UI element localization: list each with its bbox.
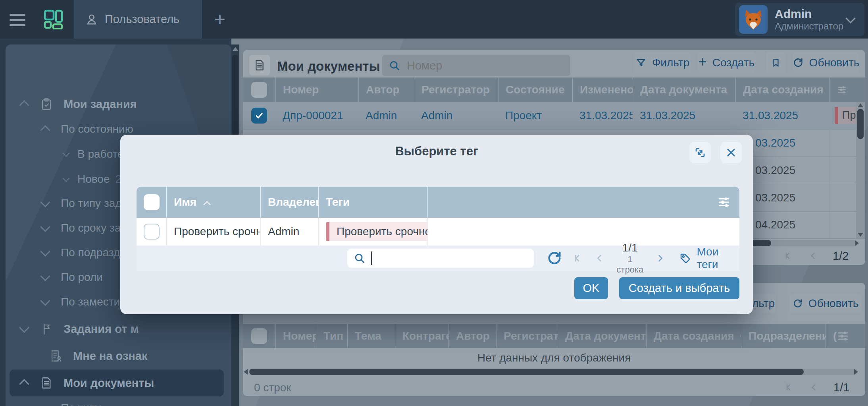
panel-document-icon xyxy=(249,55,270,75)
page-indicator: 1/2 xyxy=(833,249,849,263)
column-header[interactable]: Автор xyxy=(358,77,414,102)
scroll-up-icon[interactable] xyxy=(858,103,863,107)
column-settings-icon[interactable] xyxy=(830,77,865,102)
user-menu[interactable]: Admin Администратор xyxy=(735,3,864,36)
column-header[interactable]: Владелец xyxy=(260,187,318,218)
column-header[interactable]: Подразделение xyxy=(741,324,826,348)
next-page-icon[interactable] xyxy=(863,251,865,261)
table-row[interactable]: Дпр-000021 Admin Admin Проект 31.03.2025… xyxy=(243,102,865,130)
table-pagination: 1/1 xyxy=(784,378,865,396)
document-person-icon xyxy=(49,349,63,363)
expand-icon xyxy=(694,147,706,159)
column-header[interactable]: Номер xyxy=(275,77,358,102)
scroll-left-icon[interactable] xyxy=(244,369,248,375)
sidebar-item-tasks-from-me[interactable]: Задания от м xyxy=(21,317,139,341)
create-button[interactable]: + Создать xyxy=(698,52,755,73)
search-input[interactable] xyxy=(406,59,570,73)
doc-registrar: Admin xyxy=(414,109,498,122)
column-header[interactable]: Номер xyxy=(275,324,316,348)
first-page-icon[interactable] xyxy=(573,253,584,264)
sidebar-item-my-documents[interactable]: Мои документы xyxy=(21,371,154,395)
sidebar-item-new[interactable]: Новое 23 xyxy=(64,167,128,191)
select-all-checkbox[interactable] xyxy=(251,328,267,344)
close-dialog-button[interactable] xyxy=(720,142,742,163)
column-header[interactable]: Автор xyxy=(448,324,496,348)
chevron-down-icon xyxy=(40,197,50,207)
table-pagination: 1/2 xyxy=(783,247,865,265)
apps-grid-icon[interactable] xyxy=(44,10,64,29)
select-tag-dialog: Выберите тег Имя Владелец Теги xyxy=(120,135,753,314)
bookmark-button[interactable] xyxy=(766,52,785,73)
sidebar-item-by-state[interactable]: По состоянию xyxy=(42,117,133,141)
column-header-clipped[interactable]: ( xyxy=(826,324,865,348)
text-cursor xyxy=(371,251,372,265)
tab-user[interactable]: Пользователь xyxy=(74,0,202,39)
new-tab-button[interactable]: + xyxy=(208,0,232,39)
chevron-down-icon xyxy=(40,296,50,305)
refresh-button[interactable]: Обновить xyxy=(790,294,861,313)
scrollbar-thumb[interactable] xyxy=(249,369,804,375)
doc-modified: 31.03.2025 xyxy=(572,109,633,122)
prev-page-icon[interactable] xyxy=(808,251,818,261)
column-settings-icon[interactable] xyxy=(427,187,739,218)
column-header[interactable]: Изменено xyxy=(572,77,633,102)
avatar xyxy=(739,5,768,34)
chevron-up-icon xyxy=(19,100,29,110)
column-header[interactable]: Контрагент xyxy=(395,324,448,348)
page-indicator: 1/1 xyxy=(833,381,849,394)
scroll-up-icon[interactable] xyxy=(233,47,238,51)
ok-button[interactable]: OK xyxy=(574,277,608,299)
column-header-sorted[interactable]: Имя xyxy=(166,187,260,218)
row-checkbox-checked[interactable] xyxy=(251,108,267,124)
my-tags-link[interactable]: Мои теги xyxy=(679,246,739,271)
expand-dialog-button[interactable] xyxy=(689,142,711,163)
column-header[interactable]: Дата документа xyxy=(558,324,646,348)
scroll-right-icon[interactable] xyxy=(854,369,858,375)
menu-icon[interactable] xyxy=(10,11,25,29)
sort-asc-icon xyxy=(203,201,210,208)
column-header[interactable]: Регистратор xyxy=(496,324,558,348)
sidebar-item-docs-by-type[interactable]: По типу xyxy=(42,396,101,406)
column-header[interactable]: Тип xyxy=(316,324,347,348)
related-table-header: Номер Тип Тема Контрагент Автор Регистра… xyxy=(243,324,865,348)
scrollbar-thumb[interactable] xyxy=(857,109,864,139)
chevron-down-icon xyxy=(62,174,69,182)
chevron-down-icon xyxy=(19,323,29,333)
chevron-down-icon xyxy=(62,149,69,157)
row-checkbox[interactable] xyxy=(144,224,160,240)
rows-count: 1 строка xyxy=(616,254,644,275)
column-settings-icon[interactable] xyxy=(837,330,865,342)
table-vertical-scrollbar[interactable] xyxy=(856,102,865,238)
create-and-select-button[interactable]: Создать и выбрать xyxy=(619,277,739,299)
column-header[interactable]: Тема xyxy=(347,324,395,348)
column-header[interactable]: Состояние xyxy=(498,77,572,102)
next-page-icon[interactable] xyxy=(654,253,666,264)
column-header[interactable]: Дата документа xyxy=(633,77,735,102)
tag-search-box[interactable] xyxy=(347,249,534,268)
column-header[interactable]: Регистратор xyxy=(414,77,498,102)
doc-number-link[interactable]: Дпр-000021 xyxy=(275,109,358,122)
first-page-icon[interactable] xyxy=(784,382,795,392)
sidebar-item-my-tasks[interactable]: Мои задания xyxy=(21,92,137,116)
scroll-right-icon[interactable] xyxy=(855,240,859,246)
table-horizontal-scrollbar[interactable] xyxy=(249,369,857,375)
scroll-down-icon[interactable] xyxy=(858,233,863,237)
sidebar-item-for-review[interactable]: Мне на ознак xyxy=(49,344,147,368)
prev-page-icon[interactable] xyxy=(809,382,819,392)
next-page-icon[interactable] xyxy=(864,382,865,392)
column-header[interactable]: Дата создания xyxy=(735,77,830,102)
doc-created: 31.03.2025 xyxy=(735,109,830,122)
bookmark-icon xyxy=(771,58,781,68)
first-page-icon[interactable] xyxy=(783,251,794,261)
sidebar-item-by-role[interactable]: По роли xyxy=(42,265,103,290)
column-header[interactable]: Теги xyxy=(318,187,427,218)
column-header-sorted[interactable]: Дата создания xyxy=(646,324,741,348)
tab-user-label: Пользователь xyxy=(105,13,179,26)
refresh-icon[interactable] xyxy=(547,250,562,266)
filter-button[interactable]: Фильтр xyxy=(634,52,691,73)
select-all-checkbox[interactable] xyxy=(251,82,267,98)
refresh-button[interactable]: Обновить xyxy=(793,52,859,73)
select-all-checkbox[interactable] xyxy=(144,194,160,210)
prev-page-icon[interactable] xyxy=(594,253,605,264)
person-icon xyxy=(85,13,98,26)
